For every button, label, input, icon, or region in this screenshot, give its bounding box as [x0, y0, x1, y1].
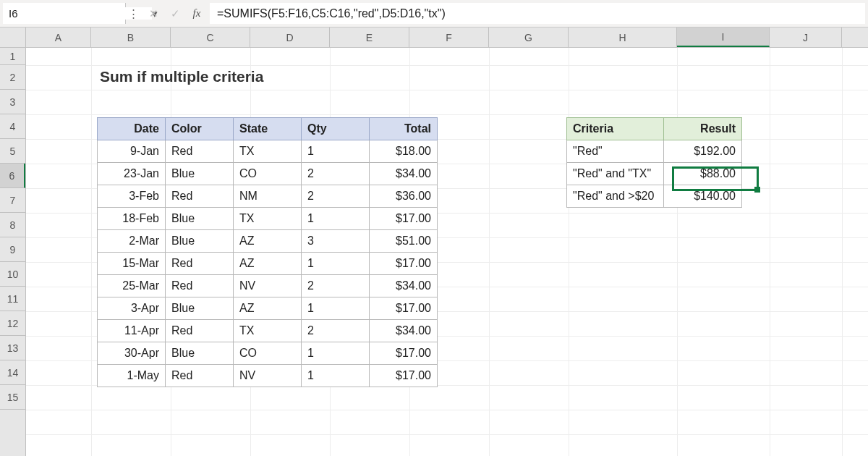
cell-qty[interactable]: 1 [302, 365, 370, 387]
cell-date[interactable]: 2-Mar [98, 230, 166, 253]
cell-color[interactable]: Blue [166, 230, 234, 253]
cell-date[interactable]: 23-Jan [98, 163, 166, 185]
cell-criteria[interactable]: "Red" and "TX" [567, 163, 664, 185]
cell-criteria[interactable]: "Red" [567, 140, 664, 163]
column-header-I[interactable]: I [677, 28, 770, 47]
column-header-J[interactable]: J [770, 28, 842, 47]
cell-color[interactable]: Blue [166, 342, 234, 365]
cell-color[interactable]: Red [166, 365, 234, 387]
column-header-E[interactable]: E [330, 28, 409, 47]
row-header-4[interactable]: 4 [0, 114, 25, 139]
cell-color[interactable]: Red [166, 275, 234, 297]
cell-date[interactable]: 25-Mar [98, 275, 166, 297]
cell-state[interactable]: AZ [234, 253, 302, 275]
cell-date[interactable]: 18-Feb [98, 208, 166, 230]
cell-color[interactable]: Red [166, 253, 234, 275]
cell-total[interactable]: $51.00 [370, 230, 438, 253]
cell-total[interactable]: $34.00 [370, 320, 438, 342]
cell-state[interactable]: NV [234, 365, 302, 387]
column-header-A[interactable]: A [26, 28, 91, 47]
fill-handle[interactable] [754, 187, 760, 193]
cell-state[interactable]: NM [234, 185, 302, 208]
cell-result[interactable]: $192.00 [664, 140, 742, 163]
cell-state[interactable]: CO [234, 342, 302, 365]
row-header-10[interactable]: 10 [0, 262, 25, 287]
cell-qty[interactable]: 1 [302, 342, 370, 365]
cell-qty[interactable]: 2 [302, 275, 370, 297]
row-header-9[interactable]: 9 [0, 237, 25, 262]
cell-date[interactable]: 3-Apr [98, 297, 166, 320]
cell-state[interactable]: TX [234, 208, 302, 230]
row-header-1[interactable]: 1 [0, 48, 25, 65]
cell-state[interactable]: NV [234, 275, 302, 297]
row-header-3[interactable]: 3 [0, 90, 25, 114]
cell-date[interactable]: 11-Apr [98, 320, 166, 342]
cancel-icon[interactable]: ✕ [143, 4, 163, 24]
row-header-6[interactable]: 6 [0, 164, 25, 188]
cell-total[interactable]: $36.00 [370, 185, 438, 208]
cell-state[interactable]: AZ [234, 230, 302, 253]
col-header-total[interactable]: Total [370, 118, 438, 140]
cell-date[interactable]: 1-May [98, 365, 166, 387]
col-header-state[interactable]: State [234, 118, 302, 140]
cell-qty[interactable]: 2 [302, 185, 370, 208]
column-header-C[interactable]: C [171, 28, 250, 47]
cell-color[interactable]: Blue [166, 163, 234, 185]
column-header-H[interactable]: H [569, 28, 677, 47]
cell-result[interactable]: $140.00 [664, 185, 742, 208]
formula-bar-more-icon[interactable]: ⋮ [126, 0, 140, 27]
cell-date[interactable]: 9-Jan [98, 140, 166, 163]
cell-qty[interactable]: 1 [302, 140, 370, 163]
col-header-result[interactable]: Result [664, 118, 742, 140]
cell-qty[interactable]: 3 [302, 230, 370, 253]
cell-total[interactable]: $34.00 [370, 163, 438, 185]
cell-criteria[interactable]: "Red" and >$20 [567, 185, 664, 208]
column-header-G[interactable]: G [489, 28, 569, 47]
row-header-8[interactable]: 8 [0, 213, 25, 237]
cell-total[interactable]: $17.00 [370, 365, 438, 387]
cell-date[interactable]: 3-Feb [98, 185, 166, 208]
cells-area[interactable]: Sum if multiple criteria Date Color Stat… [26, 48, 868, 456]
row-header-2[interactable]: 2 [0, 65, 25, 90]
col-header-qty[interactable]: Qty [302, 118, 370, 140]
cell-qty[interactable]: 2 [302, 320, 370, 342]
cell-color[interactable]: Red [166, 185, 234, 208]
enter-icon[interactable]: ✓ [165, 4, 185, 24]
fx-icon[interactable]: fx [187, 4, 207, 24]
cell-color[interactable]: Red [166, 140, 234, 163]
row-header-7[interactable]: 7 [0, 188, 25, 213]
cell-total[interactable]: $17.00 [370, 297, 438, 320]
select-all-corner[interactable] [0, 28, 26, 47]
cell-state[interactable]: TX [234, 320, 302, 342]
col-header-date[interactable]: Date [98, 118, 166, 140]
cell-state[interactable]: CO [234, 163, 302, 185]
column-header-F[interactable]: F [409, 28, 489, 47]
column-header-D[interactable]: D [250, 28, 330, 47]
cell-total[interactable]: $17.00 [370, 253, 438, 275]
cell-total[interactable]: $17.00 [370, 208, 438, 230]
cell-qty[interactable]: 2 [302, 163, 370, 185]
row-header-13[interactable]: 13 [0, 336, 25, 360]
formula-input[interactable]: =SUMIFS(F5:F16,C5:C16,"red",D5:D16,"tx") [210, 3, 865, 24]
col-header-criteria[interactable]: Criteria [567, 118, 664, 140]
cell-state[interactable]: AZ [234, 297, 302, 320]
cell-color[interactable]: Red [166, 320, 234, 342]
cell-total[interactable]: $34.00 [370, 275, 438, 297]
cell-qty[interactable]: 1 [302, 297, 370, 320]
row-header-12[interactable]: 12 [0, 311, 25, 336]
cell-qty[interactable]: 1 [302, 208, 370, 230]
column-header-B[interactable]: B [91, 28, 171, 47]
row-header-15[interactable]: 15 [0, 385, 25, 410]
cell-date[interactable]: 15-Mar [98, 253, 166, 275]
cell-color[interactable]: Blue [166, 297, 234, 320]
cell-state[interactable]: TX [234, 140, 302, 163]
row-header-11[interactable]: 11 [0, 287, 25, 311]
cell-total[interactable]: $18.00 [370, 140, 438, 163]
cell-total[interactable]: $17.00 [370, 342, 438, 365]
cell-color[interactable]: Blue [166, 208, 234, 230]
cell-date[interactable]: 30-Apr [98, 342, 166, 365]
row-header-5[interactable]: 5 [0, 139, 25, 164]
col-header-color[interactable]: Color [166, 118, 234, 140]
row-header-14[interactable]: 14 [0, 360, 25, 385]
cell-qty[interactable]: 1 [302, 253, 370, 275]
